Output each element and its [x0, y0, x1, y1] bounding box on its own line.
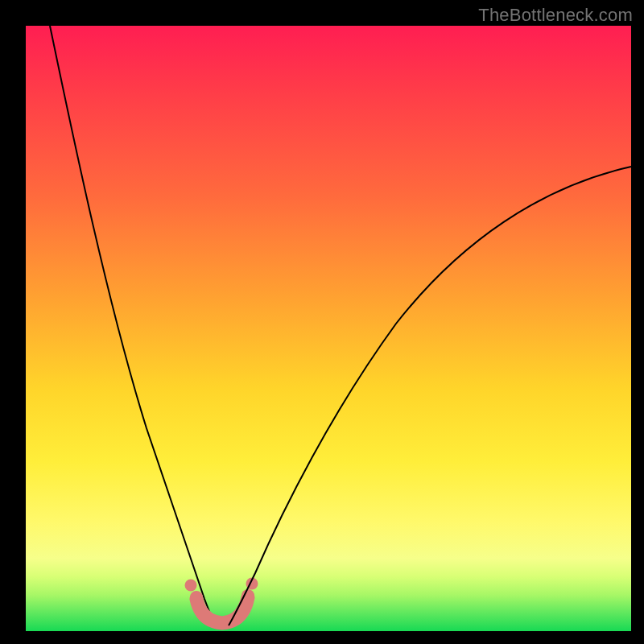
chart-frame: TheBottleneck.com — [0, 0, 644, 644]
arc-lobe-left-upper — [185, 580, 197, 592]
watermark-text: TheBottleneck.com — [478, 5, 633, 26]
curve-right — [229, 167, 631, 625]
bottom-arc — [196, 597, 248, 623]
plot-background — [26, 26, 631, 631]
chart-svg — [26, 26, 631, 631]
curve-left — [50, 26, 216, 625]
